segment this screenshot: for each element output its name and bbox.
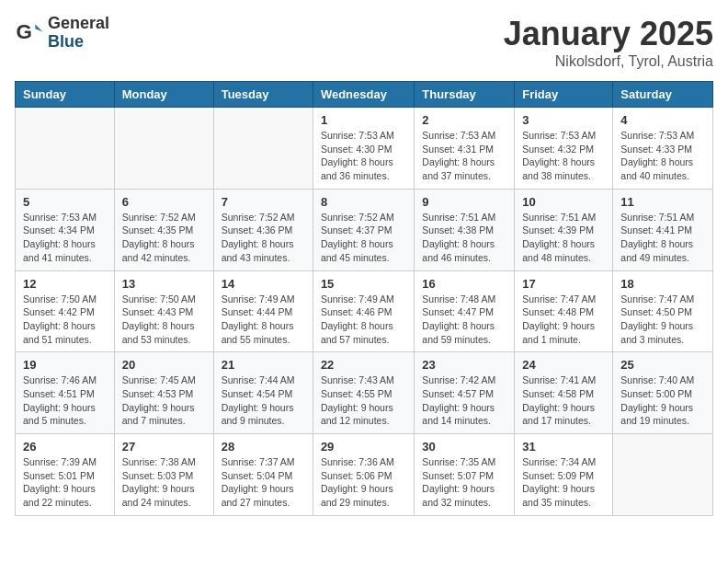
- day-number: 25: [620, 358, 705, 372]
- day-number: 13: [122, 277, 206, 291]
- day-info: Sunrise: 7:52 AM Sunset: 4:37 PM Dayligh…: [321, 211, 406, 265]
- header-cell-saturday: Saturday: [613, 82, 713, 108]
- day-number: 9: [422, 195, 506, 209]
- day-number: 29: [321, 440, 406, 454]
- svg-marker-1: [35, 24, 42, 31]
- week-row-3: 12Sunrise: 7:50 AM Sunset: 4:42 PM Dayli…: [16, 270, 713, 352]
- day-number: 20: [122, 358, 206, 372]
- day-info: Sunrise: 7:47 AM Sunset: 4:48 PM Dayligh…: [522, 293, 605, 347]
- day-number: 5: [23, 195, 107, 209]
- day-info: Sunrise: 7:53 AM Sunset: 4:34 PM Dayligh…: [23, 211, 107, 265]
- day-info: Sunrise: 7:45 AM Sunset: 4:53 PM Dayligh…: [122, 373, 206, 428]
- day-number: 16: [422, 277, 506, 291]
- day-number: 3: [522, 113, 605, 127]
- day-cell: 23Sunrise: 7:42 AM Sunset: 4:57 PM Dayli…: [415, 352, 515, 434]
- day-cell: 1Sunrise: 7:53 AM Sunset: 4:30 PM Daylig…: [313, 108, 414, 190]
- day-cell: 8Sunrise: 7:52 AM Sunset: 4:37 PM Daylig…: [313, 189, 414, 270]
- day-cell: 31Sunrise: 7:34 AM Sunset: 5:09 PM Dayli…: [515, 434, 613, 516]
- day-info: Sunrise: 7:52 AM Sunset: 4:35 PM Dayligh…: [122, 211, 206, 265]
- day-number: 27: [122, 440, 206, 454]
- day-info: Sunrise: 7:49 AM Sunset: 4:44 PM Dayligh…: [222, 293, 305, 347]
- calendar-table: SundayMondayTuesdayWednesdayThursdayFrid…: [15, 81, 713, 516]
- logo-blue-text: Blue: [48, 33, 109, 52]
- day-cell: 3Sunrise: 7:53 AM Sunset: 4:32 PM Daylig…: [515, 108, 613, 190]
- day-cell: 16Sunrise: 7:48 AM Sunset: 4:47 PM Dayli…: [415, 270, 515, 352]
- day-info: Sunrise: 7:43 AM Sunset: 4:55 PM Dayligh…: [321, 373, 406, 428]
- header-cell-thursday: Thursday: [415, 82, 515, 108]
- day-number: 28: [222, 440, 305, 454]
- calendar-header: SundayMondayTuesdayWednesdayThursdayFrid…: [16, 82, 713, 108]
- day-info: Sunrise: 7:53 AM Sunset: 4:32 PM Dayligh…: [522, 129, 605, 183]
- day-info: Sunrise: 7:47 AM Sunset: 4:50 PM Dayligh…: [620, 293, 705, 347]
- day-number: 14: [222, 277, 305, 291]
- day-cell: 10Sunrise: 7:51 AM Sunset: 4:39 PM Dayli…: [515, 189, 613, 270]
- day-number: 2: [422, 113, 506, 127]
- day-cell: 2Sunrise: 7:53 AM Sunset: 4:31 PM Daylig…: [415, 108, 515, 190]
- day-cell: [114, 108, 213, 190]
- day-info: Sunrise: 7:46 AM Sunset: 4:51 PM Dayligh…: [23, 373, 107, 428]
- day-cell: 17Sunrise: 7:47 AM Sunset: 4:48 PM Dayli…: [515, 270, 613, 352]
- day-cell: 14Sunrise: 7:49 AM Sunset: 4:44 PM Dayli…: [213, 270, 313, 352]
- day-number: 17: [522, 277, 605, 291]
- day-info: Sunrise: 7:53 AM Sunset: 4:30 PM Dayligh…: [321, 129, 406, 183]
- day-info: Sunrise: 7:35 AM Sunset: 5:07 PM Dayligh…: [422, 455, 506, 510]
- day-number: 22: [321, 358, 406, 372]
- day-info: Sunrise: 7:39 AM Sunset: 5:01 PM Dayligh…: [23, 455, 107, 510]
- day-cell: 7Sunrise: 7:52 AM Sunset: 4:36 PM Daylig…: [213, 189, 313, 270]
- svg-text:G: G: [17, 20, 32, 43]
- calendar-body: 1Sunrise: 7:53 AM Sunset: 4:30 PM Daylig…: [16, 108, 713, 516]
- day-number: 18: [620, 277, 705, 291]
- day-number: 24: [522, 358, 605, 372]
- calendar-subtitle: Nikolsdorf, Tyrol, Austria: [504, 53, 713, 70]
- header-cell-tuesday: Tuesday: [213, 82, 313, 108]
- day-info: Sunrise: 7:44 AM Sunset: 4:54 PM Dayligh…: [222, 373, 305, 428]
- header-cell-monday: Monday: [114, 82, 213, 108]
- day-info: Sunrise: 7:50 AM Sunset: 4:43 PM Dayligh…: [122, 293, 206, 347]
- title-block: January 2025 Nikolsdorf, Tyrol, Austria: [504, 15, 713, 70]
- week-row-5: 26Sunrise: 7:39 AM Sunset: 5:01 PM Dayli…: [16, 434, 713, 516]
- day-number: 6: [122, 195, 206, 209]
- day-cell: 30Sunrise: 7:35 AM Sunset: 5:07 PM Dayli…: [415, 434, 515, 516]
- header-cell-wednesday: Wednesday: [313, 82, 414, 108]
- day-info: Sunrise: 7:49 AM Sunset: 4:46 PM Dayligh…: [321, 293, 406, 347]
- day-cell: 4Sunrise: 7:53 AM Sunset: 4:33 PM Daylig…: [613, 108, 713, 190]
- day-number: 11: [620, 195, 705, 209]
- day-info: Sunrise: 7:52 AM Sunset: 4:36 PM Dayligh…: [222, 211, 305, 265]
- day-cell: 27Sunrise: 7:38 AM Sunset: 5:03 PM Dayli…: [114, 434, 213, 516]
- day-cell: 20Sunrise: 7:45 AM Sunset: 4:53 PM Dayli…: [114, 352, 213, 434]
- header-cell-friday: Friday: [515, 82, 613, 108]
- day-cell: 28Sunrise: 7:37 AM Sunset: 5:04 PM Dayli…: [213, 434, 313, 516]
- day-info: Sunrise: 7:51 AM Sunset: 4:41 PM Dayligh…: [620, 211, 705, 265]
- day-number: 31: [522, 440, 605, 454]
- day-info: Sunrise: 7:38 AM Sunset: 5:03 PM Dayligh…: [122, 455, 206, 510]
- day-number: 1: [321, 113, 406, 127]
- day-number: 4: [620, 113, 705, 127]
- page-header: G General Blue January 2025 Nikolsdorf, …: [15, 15, 713, 70]
- day-info: Sunrise: 7:48 AM Sunset: 4:47 PM Dayligh…: [422, 293, 506, 347]
- day-info: Sunrise: 7:36 AM Sunset: 5:06 PM Dayligh…: [321, 455, 406, 510]
- day-info: Sunrise: 7:53 AM Sunset: 4:33 PM Dayligh…: [620, 129, 705, 183]
- day-info: Sunrise: 7:41 AM Sunset: 4:58 PM Dayligh…: [522, 373, 605, 428]
- week-row-4: 19Sunrise: 7:46 AM Sunset: 4:51 PM Dayli…: [16, 352, 713, 434]
- day-info: Sunrise: 7:40 AM Sunset: 5:00 PM Dayligh…: [620, 373, 705, 428]
- day-number: 21: [222, 358, 305, 372]
- day-cell: 29Sunrise: 7:36 AM Sunset: 5:06 PM Dayli…: [313, 434, 414, 516]
- day-cell: 19Sunrise: 7:46 AM Sunset: 4:51 PM Dayli…: [16, 352, 115, 434]
- day-cell: 11Sunrise: 7:51 AM Sunset: 4:41 PM Dayli…: [613, 189, 713, 270]
- week-row-1: 1Sunrise: 7:53 AM Sunset: 4:30 PM Daylig…: [16, 108, 713, 190]
- day-number: 15: [321, 277, 406, 291]
- day-cell: 26Sunrise: 7:39 AM Sunset: 5:01 PM Dayli…: [16, 434, 115, 516]
- week-row-2: 5Sunrise: 7:53 AM Sunset: 4:34 PM Daylig…: [16, 189, 713, 270]
- day-cell: 21Sunrise: 7:44 AM Sunset: 4:54 PM Dayli…: [213, 352, 313, 434]
- day-cell: [613, 434, 713, 516]
- header-cell-sunday: Sunday: [16, 82, 115, 108]
- day-cell: 12Sunrise: 7:50 AM Sunset: 4:42 PM Dayli…: [16, 270, 115, 352]
- day-number: 12: [23, 277, 107, 291]
- day-cell: 22Sunrise: 7:43 AM Sunset: 4:55 PM Dayli…: [313, 352, 414, 434]
- day-info: Sunrise: 7:51 AM Sunset: 4:38 PM Dayligh…: [422, 211, 506, 265]
- day-number: 23: [422, 358, 506, 372]
- day-cell: 6Sunrise: 7:52 AM Sunset: 4:35 PM Daylig…: [114, 189, 213, 270]
- header-row: SundayMondayTuesdayWednesdayThursdayFrid…: [16, 82, 713, 108]
- day-number: 10: [522, 195, 605, 209]
- day-cell: [16, 108, 115, 190]
